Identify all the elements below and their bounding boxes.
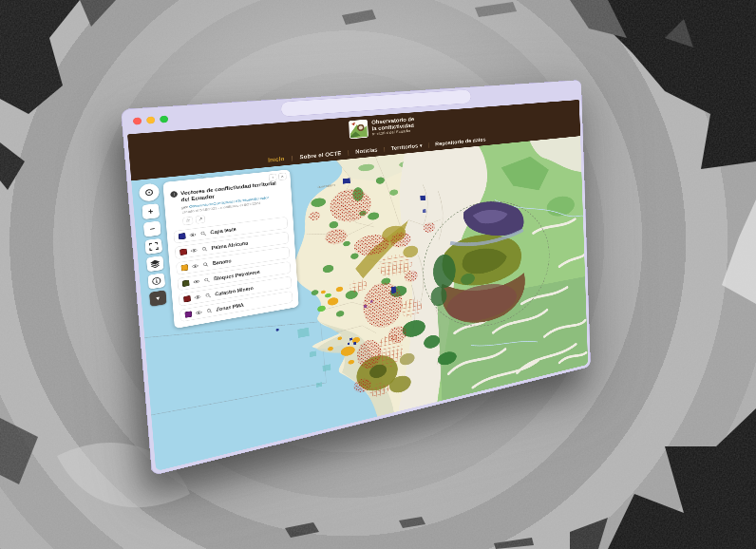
- layer-visibility-eye-icon[interactable]: [196, 310, 203, 315]
- basemap-icon[interactable]: [146, 256, 164, 272]
- layer-color-swatch: [184, 311, 192, 317]
- traffic-lights: [133, 115, 169, 124]
- layer-label: Banano: [213, 258, 232, 266]
- layer-zoom-to-magnifier-icon[interactable]: [202, 261, 210, 267]
- traffic-light-close[interactable]: [133, 117, 142, 124]
- layer-visibility-eye-icon[interactable]: [194, 293, 201, 299]
- layer-color-swatch: [182, 279, 190, 286]
- layer-color-swatch: [181, 264, 189, 271]
- layer-visibility-eye-icon[interactable]: [193, 278, 200, 284]
- layer-zoom-to-magnifier-icon[interactable]: [204, 293, 211, 298]
- layer-label: Zonas PMA: [216, 302, 243, 312]
- nav-separator: |: [428, 142, 430, 147]
- layer-color-swatch: [183, 295, 191, 302]
- scene: Observatorio de la conflictividad territ…: [0, 0, 756, 549]
- favorite-button[interactable]: ☆: [182, 217, 193, 226]
- nav-separator: |: [291, 155, 293, 161]
- fullscreen-icon[interactable]: [144, 238, 162, 255]
- layer-label: Capa teste: [210, 226, 236, 235]
- info-icon: i: [170, 191, 178, 198]
- layer-color-swatch: [179, 233, 186, 239]
- legend-layer-list: Capa testePalma AfricanaBananoBloques Pe…: [173, 217, 293, 322]
- layer-label: Bloques Petroleros: [214, 269, 260, 281]
- nav-separator: |: [348, 149, 350, 156]
- zoom-in-button[interactable]: +: [142, 203, 160, 219]
- browser-window-shadow: Observatorio de la conflictividad territ…: [0, 0, 756, 549]
- zoom-out-button[interactable]: −: [143, 221, 161, 237]
- layer-zoom-to-magnifier-icon[interactable]: [200, 246, 208, 252]
- layer-zoom-to-magnifier-icon[interactable]: [199, 230, 207, 236]
- map-area[interactable]: EsmeraldasManta +−▼ ▫× i Vectores de con…: [131, 136, 588, 471]
- layer-zoom-to-magnifier-icon[interactable]: [203, 277, 211, 283]
- traffic-light-zoom[interactable]: [160, 115, 168, 123]
- layer-color-swatch: [180, 248, 187, 255]
- layer-visibility-eye-icon[interactable]: [190, 247, 198, 253]
- info-icon[interactable]: [148, 273, 165, 289]
- site-title: Observatorio de la conflictividad territ…: [371, 116, 415, 136]
- site-brand[interactable]: Observatorio de la conflictividad territ…: [349, 116, 415, 140]
- octe-logo-icon: [349, 120, 369, 140]
- layer-label: Palma Africana: [211, 240, 248, 251]
- close-panel-button[interactable]: ×: [278, 173, 287, 180]
- layer-label: Catastro Minero: [215, 286, 254, 297]
- locate-icon[interactable]: [139, 183, 160, 202]
- collapse-panel-button[interactable]: ▫: [269, 174, 277, 181]
- page-content: Observatorio de la conflictividad territ…: [127, 100, 588, 471]
- layer-zoom-to-magnifier-icon[interactable]: [206, 308, 213, 313]
- nav-territorios[interactable]: Territorios ▾: [391, 142, 423, 152]
- share-button[interactable]: ↗: [196, 215, 206, 224]
- traffic-light-minimize[interactable]: [146, 116, 155, 123]
- nav-noticias[interactable]: Noticias: [355, 146, 378, 155]
- layer-visibility-eye-icon[interactable]: [192, 263, 199, 269]
- collapse-legend-button[interactable]: ▼: [149, 290, 166, 306]
- browser-window: Observatorio de la conflictividad territ…: [121, 80, 591, 476]
- nav-inicio[interactable]: Inicio: [268, 156, 285, 163]
- layer-visibility-eye-icon[interactable]: [189, 232, 197, 237]
- nav-sobre-el-octe[interactable]: Sobre el OCTE: [299, 150, 341, 161]
- legend-panel: ▫× i Vectores de conflictividad territor…: [162, 169, 298, 328]
- nav-separator: |: [384, 146, 386, 152]
